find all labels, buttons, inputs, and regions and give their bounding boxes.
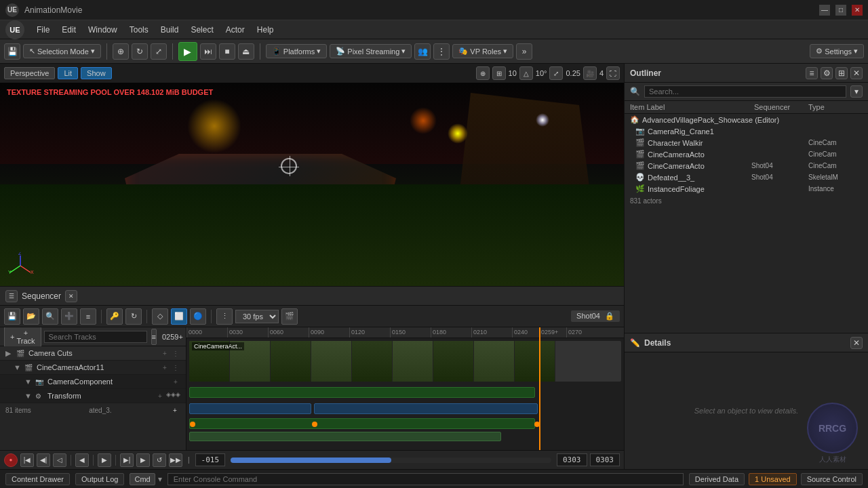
seq-browse-btn[interactable]: 🔍 — [42, 308, 58, 325]
skip-end-btn[interactable]: ▶ — [136, 453, 150, 467]
output-log-button[interactable]: Output Log — [75, 473, 124, 485]
menu-actor[interactable]: Actor — [220, 24, 250, 36]
translate-icon[interactable]: ⊕ — [113, 43, 129, 60]
outliner-close-icon[interactable]: ✕ — [850, 67, 863, 79]
viewport[interactable]: Perspective Lit Show ⊕ ⊞ 10 △ 10° ⤢ 0.25… — [0, 64, 624, 286]
platforms-button[interactable]: 📱 Platforms ▾ — [266, 44, 327, 58]
menu-build[interactable]: Build — [155, 24, 184, 36]
seq-settings-btn[interactable]: ⋮ — [216, 308, 233, 325]
filter-tracks-btn[interactable]: ≡ — [151, 329, 157, 345]
details-close-icon[interactable]: ✕ — [850, 337, 863, 349]
console-input[interactable] — [167, 473, 684, 485]
seq-menu-icon[interactable]: ☰ — [5, 290, 18, 302]
step-back2-btn[interactable]: ◀ — [75, 453, 89, 467]
progress-bar[interactable] — [231, 458, 551, 463]
show-button[interactable]: Show — [81, 67, 112, 79]
camera-cuts-more[interactable]: ⋮ — [171, 348, 180, 358]
play-button[interactable]: ▶ — [178, 42, 197, 61]
cam-comp-expand[interactable]: ▼ — [24, 378, 33, 386]
content-drawer-button[interactable]: Content Drawer — [5, 473, 70, 485]
fps-selector[interactable]: 30 fps 24 fps 60 fps — [235, 310, 279, 323]
lit-button[interactable]: Lit — [58, 67, 78, 79]
toolbar-save-icon[interactable]: 💾 — [4, 43, 20, 60]
viewport-camera-icon[interactable]: 🎥 — [583, 66, 597, 80]
vp-roles-button[interactable]: 🎭 VP Roles ▾ — [452, 44, 513, 58]
stop-icon[interactable]: ■ — [219, 43, 235, 60]
outliner-row-charwalker[interactable]: 🎬 Character Walkir CineCam — [625, 137, 868, 148]
outliner-row-root[interactable]: 🏠 AdvancedVillagePack_Showcase (Editor) — [625, 114, 868, 125]
seq-open-btn[interactable]: 📂 — [23, 308, 39, 325]
derived-data-button[interactable]: Derived Data — [689, 473, 745, 485]
items-add[interactable]: + — [170, 405, 180, 415]
scale-icon[interactable]: ⤢ — [151, 43, 167, 60]
seq-key-btn[interactable]: 🔑 — [106, 308, 123, 325]
transform-track[interactable]: ▼ ⚙ Transform + ◈◈◈ — [0, 389, 186, 403]
maximize-button[interactable]: □ — [835, 5, 846, 16]
expand-icon[interactable]: » — [516, 43, 532, 60]
viewport-maximize-icon[interactable]: ⛶ — [606, 66, 620, 80]
mid-dot[interactable] — [312, 422, 317, 427]
seq-timeline[interactable]: 0000 0030 0060 0090 0120 0150 0180 0210 … — [186, 327, 624, 450]
outliner-row-cineactor1[interactable]: 🎬 CineCameraActo CineCam — [625, 148, 868, 160]
seq-close-icon[interactable]: ✕ — [65, 290, 77, 302]
cam-add[interactable]: + — [171, 377, 180, 386]
search-tracks-input[interactable] — [44, 331, 147, 343]
more-options-icon[interactable]: ⋮ — [433, 43, 450, 60]
playhead[interactable] — [539, 327, 540, 450]
outliner-row-cineactor2[interactable]: 🎬 CineCameraActo Shot04 CineCam — [625, 160, 868, 171]
seq-auto-btn[interactable]: ↻ — [125, 308, 142, 325]
source-control-button[interactable]: Source Control — [801, 473, 863, 485]
transform-expand[interactable]: ▼ — [24, 392, 33, 400]
seq-snap-btn[interactable]: ◇ — [152, 308, 168, 325]
cine-add[interactable]: + — [160, 363, 170, 372]
timeline-bar-2a[interactable] — [189, 403, 311, 414]
menu-window[interactable]: Window — [83, 24, 123, 36]
menu-help[interactable]: Help — [252, 24, 279, 36]
skip-start-btn[interactable]: |◀ — [20, 453, 34, 467]
seq-loop-btn[interactable]: 🔵 — [190, 308, 206, 325]
loop-btn[interactable]: ↺ — [153, 453, 166, 467]
expand-arrow[interactable]: ▶ — [5, 349, 14, 358]
camera-component-track[interactable]: ▼ 📷 CameraComponent + — [0, 375, 186, 389]
pixel-streaming-button[interactable]: 📡 Pixel Streaming ▾ — [330, 44, 412, 58]
menu-edit[interactable]: Edit — [56, 24, 81, 36]
outliner-row-foliage[interactable]: 🌿 InstancedFoliage Instance — [625, 183, 868, 195]
rotate-icon[interactable]: ↻ — [132, 43, 148, 60]
menu-tools[interactable]: Tools — [124, 24, 154, 36]
viewport-scale-icon[interactable]: ⤢ — [549, 66, 563, 80]
close-button[interactable]: ✕ — [852, 5, 863, 16]
cine-expand[interactable]: ▼ — [14, 363, 22, 371]
settings-button[interactable]: ⚙ Settings ▾ — [810, 44, 864, 58]
selection-mode-button[interactable]: ↖ Selection Mode ▾ — [23, 44, 101, 58]
step-fwd-btn[interactable]: ▶| — [120, 453, 134, 467]
outliner-row-defeated[interactable]: 💀 Defeated__3_ Shot04 SkeletalM — [625, 171, 868, 183]
step-back-btn[interactable]: ◀| — [37, 453, 50, 467]
play-transport-btn[interactable]: ▶ — [98, 453, 111, 467]
small-timeline-bar[interactable] — [189, 432, 501, 441]
camera-cuts-track[interactable]: ▶ 🎬 Camera Cuts + ⋮ — [0, 346, 186, 361]
seq-save-btn[interactable]: 💾 — [4, 308, 20, 325]
start-dot[interactable] — [190, 422, 195, 427]
perspective-button[interactable]: Perspective — [4, 67, 55, 79]
eject-icon[interactable]: ⏏ — [238, 43, 254, 60]
timeline-green-bar[interactable] — [189, 418, 535, 429]
next-key-btn[interactable]: ▶▶ — [169, 453, 182, 467]
seq-add-btn[interactable]: ➕ — [61, 308, 77, 325]
seq-play-mode-btn[interactable]: ⬜ — [171, 308, 187, 325]
unsaved-button[interactable]: 1 Unsaved — [749, 473, 797, 485]
cine-more[interactable]: ⋮ — [171, 363, 180, 372]
menu-file[interactable]: File — [31, 24, 55, 36]
viewport-angle-icon[interactable]: △ — [519, 66, 533, 80]
minimize-button[interactable]: — — [819, 5, 830, 16]
transform-add[interactable]: + — [155, 391, 165, 401]
timeline-bar-2b[interactable] — [314, 403, 538, 414]
outliner-settings-icon[interactable]: ⚙ — [821, 67, 833, 79]
camera-cuts-add[interactable]: + — [160, 348, 170, 358]
add-track-button[interactable]: + + Track — [4, 327, 41, 347]
menu-select[interactable]: Select — [185, 24, 218, 36]
outliner-search-input[interactable] — [644, 85, 846, 98]
multi-user-icon[interactable]: 👥 — [414, 43, 431, 60]
jump-back-btn[interactable]: ◁ — [53, 453, 66, 467]
seq-render-btn[interactable]: 🎬 — [281, 308, 298, 325]
skip-forward-icon[interactable]: ⏭ — [200, 43, 216, 60]
